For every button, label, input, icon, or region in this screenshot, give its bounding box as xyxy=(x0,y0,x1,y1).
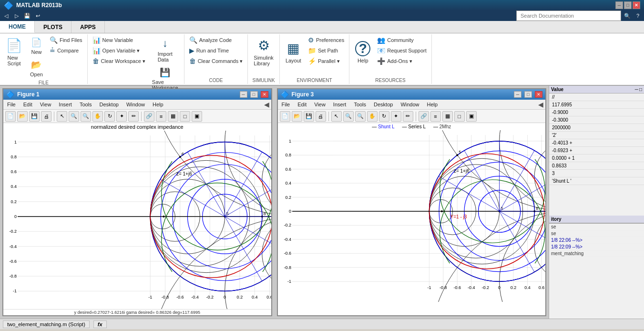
close-button[interactable]: ✕ xyxy=(633,1,640,9)
help-icon[interactable]: ? xyxy=(634,11,642,20)
tb3-brush-icon[interactable]: ✏ xyxy=(403,111,413,122)
tb3-zoom-out-icon[interactable]: 🔍 xyxy=(355,111,366,122)
help-label: Help xyxy=(358,58,368,63)
figure3-menu-help[interactable]: Help xyxy=(425,101,440,108)
find-files-button[interactable]: 🔍 Find Files xyxy=(48,35,84,45)
figure1-menu-edit[interactable]: Edit xyxy=(21,101,34,108)
tb3-print-icon[interactable]: 🖨 xyxy=(316,111,326,122)
tb-data-cursor-icon[interactable]: ✦ xyxy=(116,111,127,122)
figure1-close[interactable]: ✕ xyxy=(261,91,268,98)
current-script-button[interactable]: two_element_matching.m (Script) xyxy=(3,321,90,328)
tb-new-icon[interactable]: 📄 xyxy=(5,111,16,122)
compare-button[interactable]: ≟ Compare xyxy=(48,46,84,55)
import-data-button[interactable]: ↓ ImportData xyxy=(149,35,181,64)
panel-minimize-icon[interactable]: ─ xyxy=(635,87,638,92)
open-variable-button[interactable]: 📊 Open Variable ▾ xyxy=(91,46,147,55)
figure1-dock[interactable]: ◀ xyxy=(264,101,269,108)
new-button[interactable]: 📄 New xyxy=(27,35,46,57)
tb3-link-icon[interactable]: 🔗 xyxy=(419,111,429,122)
qa-save-button[interactable]: 💾 xyxy=(23,11,31,20)
tb-link-icon[interactable]: 🔗 xyxy=(144,111,154,122)
tb-colorbar-icon[interactable]: ▦ xyxy=(168,111,178,122)
new-variable-button[interactable]: 📊 New Variable xyxy=(91,35,147,45)
fx-button[interactable]: fx xyxy=(93,321,107,328)
figure1-maximize[interactable]: □ xyxy=(250,91,258,98)
clear-workspace-button[interactable]: 🗑 Clear Workspace ▾ xyxy=(91,56,147,66)
figure1-minimize[interactable]: ─ xyxy=(240,91,247,98)
qa-undo-button[interactable]: ↩ xyxy=(33,11,42,20)
figure3-menu-edit[interactable]: Edit xyxy=(296,101,308,108)
code-group-label: CODE xyxy=(187,77,245,83)
figure3-minimize[interactable]: ─ xyxy=(514,91,521,98)
figure1-menu-insert[interactable]: Insert xyxy=(57,101,74,108)
tab-apps[interactable]: APPS xyxy=(72,21,105,33)
tb3-hide-axes-icon[interactable]: ▣ xyxy=(466,111,477,122)
tab-home[interactable]: HOME xyxy=(0,21,35,33)
community-button[interactable]: 👥 Community xyxy=(375,35,429,45)
tb-legend-icon[interactable]: ≡ xyxy=(156,111,166,122)
tb3-rotate-icon[interactable]: ↻ xyxy=(379,111,389,122)
tb3-axes-icon[interactable]: □ xyxy=(454,111,465,122)
tb-open-icon[interactable]: 📂 xyxy=(17,111,28,122)
tb-zoom-out-icon[interactable]: 🔍 xyxy=(81,111,91,122)
tb3-zoom-in-icon[interactable]: 🔍 xyxy=(343,111,354,122)
tb-axes-icon[interactable]: □ xyxy=(180,111,190,122)
run-and-time-button[interactable]: ▶ Run and Time xyxy=(187,46,245,55)
figure1-menu-help[interactable]: Help xyxy=(151,101,165,108)
tb-hide-axes-icon[interactable]: ▣ xyxy=(192,111,202,122)
qa-forward-button[interactable]: ▷ xyxy=(12,11,21,20)
tb3-new-icon[interactable]: 📄 xyxy=(280,111,290,122)
simulink-library-button[interactable]: ⚙ SimulinkLibrary xyxy=(251,35,276,69)
minimize-button[interactable]: ─ xyxy=(615,1,623,9)
figure3-menu-insert[interactable]: Insert xyxy=(331,101,348,108)
figure3-close[interactable]: ✕ xyxy=(535,91,542,98)
help-button[interactable]: ? Help xyxy=(352,35,373,69)
qa-back-button[interactable]: ◁ xyxy=(2,11,10,20)
tb3-select-icon[interactable]: ↖ xyxy=(331,111,342,122)
figure3-menu-window[interactable]: Window xyxy=(399,101,421,108)
figure1-status: y desired=0.27027-1.6216i gama desired= … xyxy=(3,309,271,315)
figure3-menu-view[interactable]: View xyxy=(312,101,327,108)
tb-print-icon[interactable]: 🖨 xyxy=(41,111,51,122)
panel-expand-icon[interactable]: □ xyxy=(639,87,642,92)
search-button[interactable]: 🔍 xyxy=(623,11,632,20)
tb3-open-icon[interactable]: 📂 xyxy=(292,111,302,122)
tb-save-icon[interactable]: 💾 xyxy=(29,111,40,122)
tb3-data-cursor-icon[interactable]: ✦ xyxy=(391,111,401,122)
figure3-menu-file[interactable]: File xyxy=(280,101,292,108)
tb-sep1 xyxy=(54,112,54,121)
open-button[interactable]: 📂 Open xyxy=(27,58,46,79)
add-ons-button[interactable]: ➕ Add-Ons ▾ xyxy=(375,56,429,66)
request-support-button[interactable]: 📧 Request Support xyxy=(375,46,429,55)
tb-brush-icon[interactable]: ✏ xyxy=(128,111,139,122)
parallel-button[interactable]: ⚡ Parallel ▾ xyxy=(306,56,346,66)
ribbon-group-simulink: ⚙ SimulinkLibrary SIMULINK xyxy=(248,34,280,84)
tab-plots[interactable]: PLOTS xyxy=(35,21,72,33)
clear-commands-button[interactable]: 🗑 Clear Commands ▾ xyxy=(187,56,245,66)
tb-zoom-in-icon[interactable]: 🔍 xyxy=(69,111,79,122)
analyze-code-button[interactable]: 🔍 Analyze Code xyxy=(187,35,245,45)
preferences-button[interactable]: ⚙ Preferences xyxy=(306,35,346,45)
tb-pan-icon[interactable]: ✋ xyxy=(92,111,103,122)
figure1-menu-file[interactable]: File xyxy=(5,101,18,108)
figure1-menu-window[interactable]: Window xyxy=(124,101,147,108)
search-input[interactable] xyxy=(516,10,621,21)
figure3-menu-desktop[interactable]: Desktop xyxy=(372,101,395,108)
figure1-menu-tools[interactable]: Tools xyxy=(78,101,94,108)
tb3-colorbar-icon[interactable]: ▦ xyxy=(442,111,453,122)
tb3-save-icon[interactable]: 💾 xyxy=(304,111,314,122)
maximize-button[interactable]: □ xyxy=(624,1,632,9)
figure3-maximize[interactable]: □ xyxy=(524,91,532,98)
set-path-button[interactable]: 📁 Set Path xyxy=(306,46,346,55)
figure1-menu-view[interactable]: View xyxy=(38,101,53,108)
figure3-menu-tools[interactable]: Tools xyxy=(352,101,368,108)
figure3-dock[interactable]: ◀ xyxy=(538,101,543,108)
tb-rotate-icon[interactable]: ↻ xyxy=(104,111,115,122)
layout-button[interactable]: ▦ Layout xyxy=(283,35,304,69)
tb3-legend-icon[interactable]: ≡ xyxy=(430,111,441,122)
tb3-pan-icon[interactable]: ✋ xyxy=(367,111,378,122)
right-panel: Value ─ □ //117.6995-0.9000-0.3000200000… xyxy=(549,86,644,319)
tb-select-icon[interactable]: ↖ xyxy=(57,111,67,122)
figure1-menu-desktop[interactable]: Desktop xyxy=(98,101,121,108)
new-script-button[interactable]: 📄 NewScript xyxy=(3,35,25,69)
